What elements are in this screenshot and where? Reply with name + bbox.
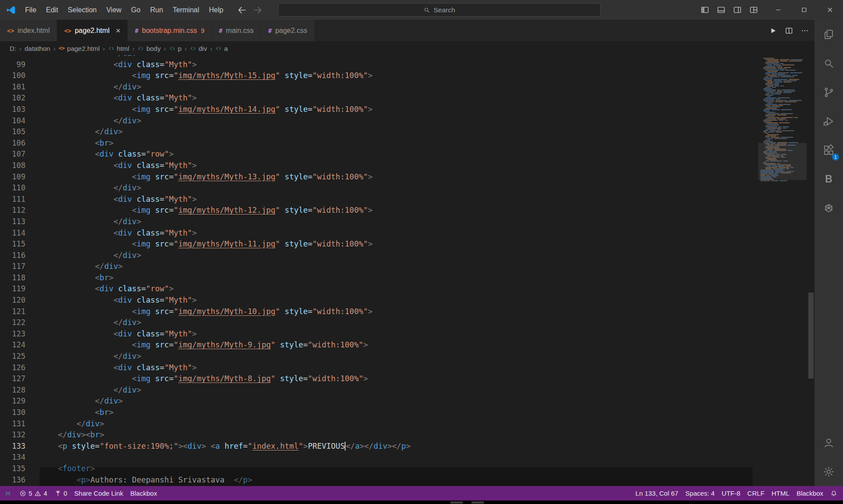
code-line-109[interactable]: 109 <img src="img/myths/Myth-13.jpg" sty… (0, 172, 758, 183)
minimap-slider[interactable] (758, 143, 807, 180)
activity-copy[interactable] (814, 20, 843, 49)
code-line-126[interactable]: 126 <div class="Myth"> (0, 362, 758, 374)
code-line-129[interactable]: 129 </div> (0, 396, 758, 407)
code-line-134[interactable]: 134 (0, 452, 758, 463)
breadcrumb-item-page2.html[interactable]: <>page2.html (58, 45, 100, 52)
code-line-128[interactable]: 128 </div> (0, 385, 758, 396)
code-line-110[interactable]: 110 </div> (0, 182, 758, 194)
code-line-117[interactable]: 117 </div> (0, 261, 758, 272)
code-line-113[interactable]: 113 </div> (0, 216, 758, 228)
code-line-103[interactable]: 103 <img src="img/myths/Myth-14.jpg" sty… (0, 104, 758, 115)
code-line-133[interactable]: 133<p style="font-size:190%;"><div> <a h… (0, 441, 758, 452)
code-line-105[interactable]: 105 </div> (0, 126, 758, 138)
status-problems[interactable]: 54 (16, 486, 51, 500)
code-line-130[interactable]: 130 <br> (0, 407, 758, 418)
status-encoding[interactable]: UTF-8 (718, 486, 744, 500)
code-line-115[interactable]: 115 <img src="img/myths/Myth-11.jpg" sty… (0, 239, 758, 250)
run-file-icon[interactable] (769, 26, 778, 35)
code-line-107[interactable]: 107 <div class="row"> (0, 149, 758, 160)
forward-icon[interactable] (252, 4, 263, 16)
code-line-127[interactable]: 127 <img src="img/myths/Myth-8.jpg" styl… (0, 373, 758, 385)
breadcrumb-item-a[interactable]: a (215, 45, 227, 52)
code-line-123[interactable]: 123 <div class="Myth"> (0, 329, 758, 340)
activity-account[interactable] (814, 428, 843, 457)
menu-view[interactable]: View (101, 0, 126, 20)
code-line-116[interactable]: 116 </div> (0, 250, 758, 261)
close-icon[interactable] (817, 0, 843, 20)
code-line-132[interactable]: 132</div><br> (0, 429, 758, 441)
split-editor-icon[interactable] (785, 26, 793, 35)
status-remote[interactable] (0, 486, 16, 500)
code-line-122[interactable]: 122 </div> (0, 317, 758, 329)
breadcrumb-item-D:[interactable]: D: (10, 45, 16, 52)
menu-selection[interactable]: Selection (63, 0, 101, 20)
code-line-131[interactable]: 131 </div> (0, 418, 758, 430)
activity-b-letter[interactable]: B (814, 164, 843, 193)
code-line-114[interactable]: 114 <div class="Myth"> (0, 228, 758, 239)
code-line-135[interactable]: 135<footer> (0, 463, 758, 475)
breadcrumb-item-datathon[interactable]: datathon (25, 45, 50, 52)
status-blackbox-status[interactable]: Blackbox (793, 486, 827, 500)
menu-help[interactable]: Help (204, 0, 228, 20)
status-cursor-position[interactable]: Ln 133, Col 67 (632, 486, 682, 500)
status-notifications[interactable] (827, 486, 843, 500)
code-line-101[interactable]: 101 </div> (0, 82, 758, 93)
breadcrumb-item-html[interactable]: html (108, 45, 129, 52)
toggle-sidebar-icon[interactable] (700, 5, 710, 14)
activity-gear[interactable] (814, 457, 843, 486)
search-input[interactable]: Search (278, 3, 601, 17)
more-actions-icon[interactable] (800, 26, 809, 35)
code-area[interactable]: </div>99 <div class="Myth">100 <img src=… (0, 55, 758, 486)
minimap[interactable] (758, 55, 807, 486)
code-line-124[interactable]: 124 <img src="img/myths/Myth-9.jpg" styl… (0, 340, 758, 351)
menu-terminal[interactable]: Terminal (168, 0, 204, 20)
tab-main.css[interactable]: #main.css (212, 20, 261, 41)
activity-branch[interactable] (814, 78, 843, 107)
code-line-112[interactable]: 112 <img src="img/myths/Myth-12.jpg" sty… (0, 205, 758, 216)
activity-debug[interactable] (814, 107, 843, 136)
code-line-partial[interactable]: </div> (0, 55, 758, 59)
tab-bootstrap.min.css[interactable]: #bootstrap.min.css9 (128, 20, 212, 41)
vertical-scrollbar[interactable] (808, 293, 814, 379)
status-indentation[interactable]: Spaces: 4 (682, 486, 718, 500)
status-eol[interactable]: CRLF (744, 486, 768, 500)
code-line-111[interactable]: 111 <div class="Myth"> (0, 194, 758, 205)
menu-go[interactable]: Go (126, 0, 145, 20)
code-line-136[interactable]: 136 <p>Authors: Deepanshi Srivastava </p… (0, 475, 758, 486)
status-ports[interactable]: 0 (51, 486, 71, 500)
status-share-code-link[interactable]: Share Code Link (71, 486, 127, 500)
status-blackbox[interactable]: Blackbox (127, 486, 161, 500)
code-line-108[interactable]: 108 <div class="Myth"> (0, 160, 758, 172)
menu-file[interactable]: File (20, 0, 41, 20)
code-line-118[interactable]: 118 <br> (0, 272, 758, 284)
tab-page2.css[interactable]: #page2.css (261, 20, 315, 41)
close-tab-icon[interactable]: × (116, 27, 121, 35)
code-line-119[interactable]: 119 <div class="row"> (0, 283, 758, 295)
code-line-121[interactable]: 121 <img src="img/myths/Myth-10.jpg" sty… (0, 306, 758, 318)
activity-search[interactable] (814, 49, 843, 78)
toggle-secondary-sidebar-icon[interactable] (733, 5, 742, 14)
back-icon[interactable] (236, 4, 248, 16)
code-line-120[interactable]: 120 <div class="Myth"> (0, 295, 758, 306)
code-line-100[interactable]: 100 <img src="img/myths/Myth-15.jpg" sty… (0, 70, 758, 82)
status-language-mode[interactable]: HTML (768, 486, 793, 500)
code-line-104[interactable]: 104 </div> (0, 115, 758, 127)
customize-layout-icon[interactable] (749, 5, 758, 14)
menu-edit[interactable]: Edit (41, 0, 63, 20)
menu-run[interactable]: Run (145, 0, 168, 20)
code-editor[interactable]: </div>99 <div class="Myth">100 <img src=… (0, 55, 814, 486)
toggle-panel-icon[interactable] (717, 5, 726, 14)
tab-index.html[interactable]: <>index.html (0, 20, 57, 41)
minimize-icon[interactable] (765, 0, 791, 20)
code-line-99[interactable]: 99 <div class="Myth"> (0, 59, 758, 71)
maximize-icon[interactable] (791, 0, 817, 20)
code-line-102[interactable]: 102 <div class="Myth"> (0, 93, 758, 104)
activity-extensions[interactable]: 1 (814, 136, 843, 164)
code-line-106[interactable]: 106 <br> (0, 138, 758, 149)
code-line-125[interactable]: 125 </div> (0, 351, 758, 362)
breadcrumb-item-p[interactable]: p (169, 45, 181, 52)
breadcrumb-item-body[interactable]: body (137, 45, 161, 52)
breadcrumb-item-div[interactable]: div (190, 45, 207, 52)
activity-openai[interactable] (814, 193, 843, 222)
tab-page2.html[interactable]: <>page2.html× (57, 20, 128, 41)
